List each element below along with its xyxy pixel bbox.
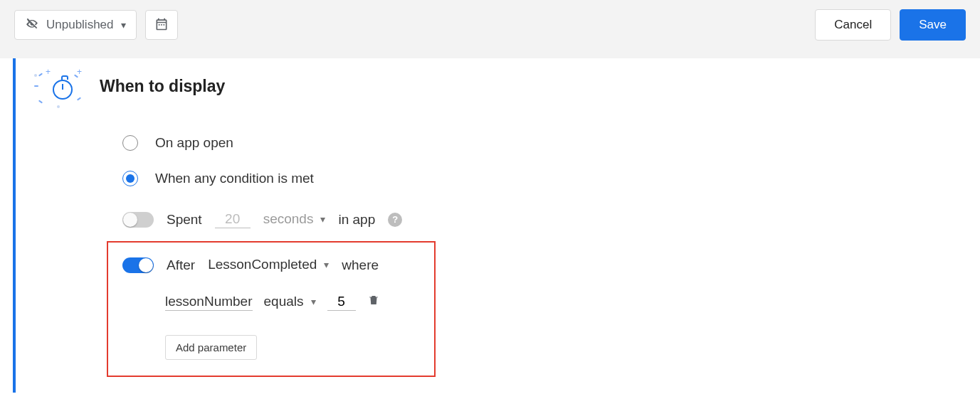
add-parameter-button[interactable]: Add parameter bbox=[165, 335, 257, 360]
radio-on-app-open-label: On app open bbox=[155, 135, 233, 151]
radio-condition-row: When any condition is met bbox=[122, 171, 950, 186]
condition-spent-duration: Spent seconds ▾ in app ? bbox=[122, 206, 950, 233]
parameter-name-value: lessonNumber bbox=[165, 294, 253, 309]
eye-off-icon bbox=[25, 16, 39, 34]
section-title: When to display bbox=[100, 65, 225, 96]
toggle-after-event[interactable] bbox=[122, 257, 154, 273]
parameter-operator-dropdown[interactable]: equals ▾ bbox=[264, 294, 316, 310]
save-button[interactable]: Save bbox=[900, 9, 966, 41]
publish-status-label: Unpublished bbox=[46, 18, 114, 32]
chevron-down-icon: ▾ bbox=[121, 19, 126, 31]
cancel-button[interactable]: Cancel bbox=[815, 9, 891, 41]
duration-unit-label: seconds bbox=[263, 211, 314, 227]
toolbar-right: Cancel Save bbox=[815, 9, 966, 41]
display-trigger-options: On app open When any condition is met bbox=[122, 135, 950, 186]
timer-icon: ++ bbox=[33, 65, 87, 111]
event-name-dropdown[interactable]: LessonCompleted ▾ bbox=[208, 257, 329, 273]
duration-unit-dropdown[interactable]: seconds ▾ bbox=[263, 211, 326, 228]
event-parameter-row: lessonNumber equals ▾ bbox=[165, 293, 423, 311]
trash-icon bbox=[367, 294, 380, 307]
spent-label: Spent bbox=[167, 212, 202, 228]
spent-suffix-label: in app bbox=[338, 212, 375, 228]
toolbar-left: Unpublished ▾ bbox=[14, 10, 178, 40]
chevron-down-icon: ▾ bbox=[320, 213, 325, 225]
publish-status-dropdown[interactable]: Unpublished ▾ bbox=[14, 10, 137, 40]
radio-on-app-open-row: On app open bbox=[122, 135, 950, 151]
radio-any-condition-label: When any condition is met bbox=[155, 171, 314, 186]
parameter-name-dropdown[interactable]: lessonNumber bbox=[165, 294, 253, 311]
chevron-down-icon: ▾ bbox=[311, 296, 316, 307]
help-icon[interactable]: ? bbox=[388, 213, 402, 227]
after-label: After bbox=[167, 257, 195, 273]
event-name-value: LessonCompleted bbox=[208, 257, 317, 272]
duration-input[interactable] bbox=[215, 211, 251, 228]
when-to-display-section: ++ When to display On app open When any … bbox=[16, 58, 967, 377]
where-label: where bbox=[342, 257, 379, 273]
radio-on-app-open[interactable] bbox=[122, 135, 138, 151]
radio-any-condition[interactable] bbox=[122, 171, 138, 186]
calendar-icon bbox=[154, 17, 169, 33]
condition-after-event: After LessonCompleted ▾ where lessonNumb… bbox=[107, 241, 436, 377]
chevron-down-icon: ▾ bbox=[324, 259, 329, 270]
parameter-value-input[interactable] bbox=[327, 293, 356, 311]
top-toolbar: Unpublished ▾ Cancel Save bbox=[0, 0, 980, 58]
toggle-spent-duration[interactable] bbox=[122, 212, 154, 228]
delete-parameter-button[interactable] bbox=[367, 294, 380, 310]
settings-panel: ++ When to display On app open When any … bbox=[13, 58, 967, 393]
section-header: ++ When to display bbox=[33, 64, 950, 111]
schedule-button[interactable] bbox=[145, 10, 178, 40]
parameter-operator-value: equals bbox=[264, 294, 304, 309]
